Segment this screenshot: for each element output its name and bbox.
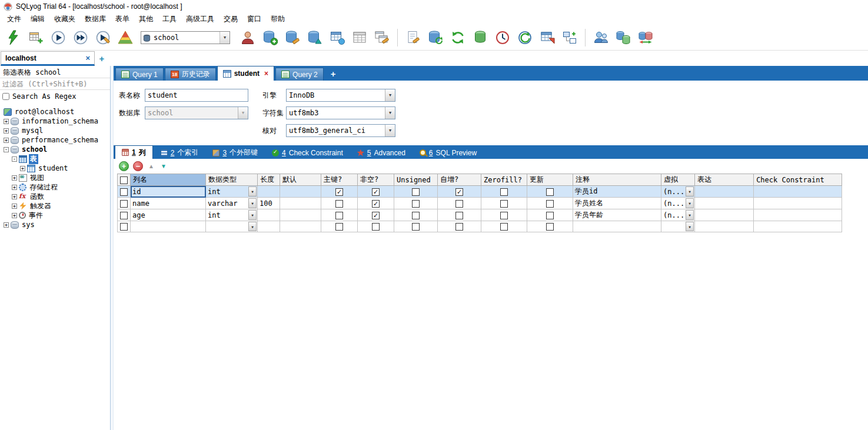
pk-cell[interactable] xyxy=(321,198,358,209)
default-cell[interactable] xyxy=(280,198,321,209)
check-constraint-cell[interactable] xyxy=(754,198,842,209)
col-header-comment[interactable]: 注释 xyxy=(573,174,661,186)
tab-sql-preview[interactable]: 6 SQL Preview xyxy=(413,146,483,159)
move-column-up-button[interactable]: ▲ xyxy=(147,163,155,169)
length-cell[interactable] xyxy=(258,209,280,221)
expression-cell[interactable] xyxy=(695,221,754,232)
scheduled-backup-button[interactable] xyxy=(514,27,536,48)
new-query-tab-button[interactable]: + xyxy=(325,69,342,79)
connection-tab-localhost[interactable]: localhost × xyxy=(1,51,95,66)
tree-item-events[interactable]: + 事件 xyxy=(0,211,110,220)
update-cell[interactable] xyxy=(527,186,573,198)
select-all-header[interactable] xyxy=(118,174,131,186)
update-checkbox[interactable] xyxy=(546,223,554,231)
tab-advanced[interactable]: 5 Advanced xyxy=(351,146,412,159)
new-connection-tab-button[interactable]: + xyxy=(95,51,109,66)
update-checkbox[interactable] xyxy=(546,212,554,219)
chevron-down-icon[interactable]: ▼ xyxy=(686,222,694,231)
zerofill-checkbox[interactable] xyxy=(500,212,508,219)
zerofill-cell[interactable] xyxy=(481,221,527,232)
pk-checkbox[interactable] xyxy=(335,223,343,231)
refresh-database-button[interactable] xyxy=(425,27,446,48)
unsigned-checkbox[interactable] xyxy=(412,223,420,231)
query-builder-button[interactable] xyxy=(537,27,558,48)
alter-database-button[interactable] xyxy=(282,27,303,48)
check-constraint-cell[interactable] xyxy=(754,209,842,221)
menu-help[interactable]: 帮助 xyxy=(266,13,290,25)
menu-edit[interactable]: 编辑 xyxy=(26,13,49,25)
menu-table[interactable]: 表单 xyxy=(111,13,134,25)
auto-increment-cell[interactable]: ✓ xyxy=(438,186,481,198)
col-header-default[interactable]: 默认 xyxy=(280,174,321,186)
pk-cell[interactable]: ✓ xyxy=(321,186,358,198)
col-header-unsigned[interactable]: Unsigned xyxy=(394,174,438,186)
zerofill-checkbox[interactable] xyxy=(500,200,508,208)
auto-increment-checkbox[interactable] xyxy=(455,200,463,208)
manage-users-button[interactable] xyxy=(590,27,611,48)
tab-foreign-keys[interactable]: 3 个外部键 xyxy=(206,146,264,159)
chevron-down-icon[interactable]: ▼ xyxy=(686,210,694,220)
row-select-cell[interactable] xyxy=(118,221,131,232)
column-row-name[interactable]: name varchar▼ 100 ✓ 学员姓名 (n...▼ xyxy=(118,198,842,209)
chevron-down-icon[interactable]: ▼ xyxy=(686,198,694,208)
check-constraint-cell[interactable] xyxy=(754,186,842,198)
tab-query-1[interactable]: Query 1 xyxy=(115,68,164,81)
tree-item-root-localhost[interactable]: root@localhost xyxy=(0,107,110,116)
name-cell[interactable]: name xyxy=(131,198,206,209)
expand-icon[interactable]: + xyxy=(12,204,17,209)
unsigned-checkbox[interactable] xyxy=(412,200,420,208)
tree-item-mysql[interactable]: + mysql xyxy=(0,126,110,135)
update-checkbox[interactable] xyxy=(546,200,554,208)
pk-cell[interactable] xyxy=(321,221,358,232)
database-selector[interactable]: school ▼ xyxy=(141,31,230,44)
chevron-down-icon[interactable]: ▼ xyxy=(220,32,230,44)
update-cell[interactable] xyxy=(527,221,573,232)
zerofill-cell[interactable] xyxy=(481,186,527,198)
virtual-cell[interactable]: (n...▼ xyxy=(661,209,695,221)
col-header-column-name[interactable]: 列名 xyxy=(131,174,206,186)
menu-tools[interactable]: 工具 xyxy=(158,13,181,25)
tree-item-functions[interactable]: + 函数 xyxy=(0,192,110,201)
create-database-button[interactable] xyxy=(260,27,281,48)
tree-item-school[interactable]: - school xyxy=(0,145,110,154)
zerofill-cell[interactable] xyxy=(481,198,527,209)
new-query-tab-button[interactable] xyxy=(25,27,46,48)
virtual-cell[interactable]: (n...▼ xyxy=(661,198,695,209)
refresh-object-browser-button[interactable] xyxy=(447,27,468,48)
tree-item-stored-procedures[interactable]: + 存储过程 xyxy=(0,182,110,192)
unsigned-cell[interactable] xyxy=(394,209,438,221)
tab-query-2[interactable]: Query 2 xyxy=(275,68,324,81)
tree-item-information-schema[interactable]: + information_schema xyxy=(0,116,110,126)
expand-icon[interactable]: + xyxy=(20,166,25,171)
menu-transaction[interactable]: 交易 xyxy=(219,13,242,25)
pk-checkbox[interactable]: ✓ xyxy=(335,188,343,196)
row-select-checkbox[interactable] xyxy=(120,188,128,196)
zerofill-cell[interactable] xyxy=(481,209,527,221)
chevron-down-icon[interactable]: ▼ xyxy=(248,222,257,231)
datatype-cell[interactable]: varchar▼ xyxy=(206,198,258,209)
charset-select[interactable]: utf8mb3 ▼ xyxy=(286,106,395,119)
select-all-checkbox[interactable] xyxy=(120,176,128,184)
name-cell[interactable] xyxy=(131,221,206,232)
update-cell[interactable] xyxy=(527,198,573,209)
collation-select[interactable]: utf8mb3_general_ci ▼ xyxy=(286,124,395,137)
column-row-age[interactable]: age int▼ ✓ 学员年龄 (n...▼ xyxy=(118,209,842,221)
col-header-zerofill[interactable]: Zerofill? xyxy=(481,174,527,186)
sync-database-button[interactable] xyxy=(635,27,656,48)
connect-button[interactable] xyxy=(3,27,24,48)
pk-checkbox[interactable] xyxy=(335,212,343,219)
expand-icon[interactable]: + xyxy=(4,128,9,134)
datatype-cell[interactable]: int▼ xyxy=(206,186,258,198)
col-header-virtual[interactable]: 虚拟 xyxy=(661,174,695,186)
expand-icon[interactable]: + xyxy=(4,138,9,143)
not-null-cell[interactable]: ✓ xyxy=(358,209,394,221)
close-icon[interactable]: × xyxy=(85,54,90,62)
column-row-empty[interactable]: ▼ ▼ xyxy=(118,221,842,232)
datatype-cell[interactable]: int▼ xyxy=(206,209,258,221)
menu-powertools[interactable]: 高级工具 xyxy=(181,13,219,25)
not-null-cell[interactable]: ✓ xyxy=(358,198,394,209)
check-constraint-cell[interactable] xyxy=(754,221,842,232)
pk-cell[interactable] xyxy=(321,209,358,221)
backup-database-button[interactable] xyxy=(470,27,491,48)
col-header-expression[interactable]: 表达 xyxy=(695,174,754,186)
